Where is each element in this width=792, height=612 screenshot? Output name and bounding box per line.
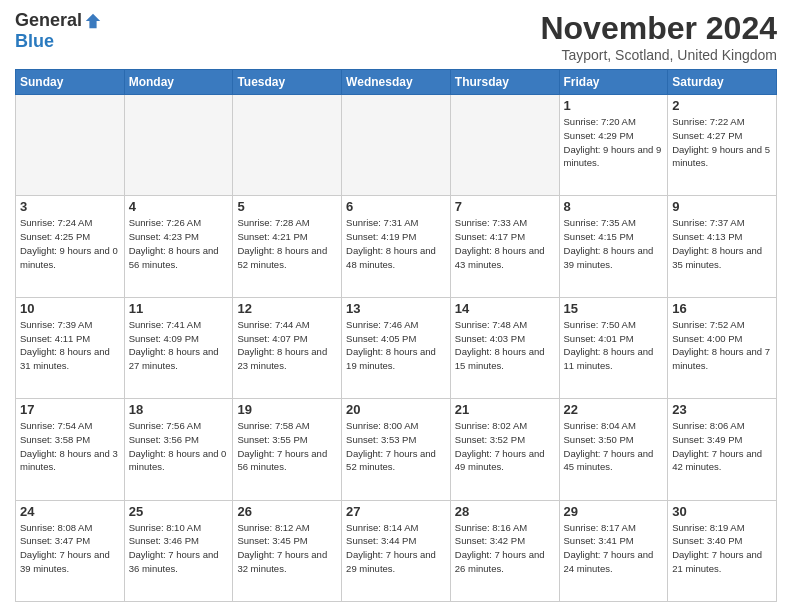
calendar-cell bbox=[342, 95, 451, 196]
calendar-cell: 6Sunrise: 7:31 AMSunset: 4:19 PMDaylight… bbox=[342, 196, 451, 297]
day-detail: Sunrise: 7:26 AMSunset: 4:23 PMDaylight:… bbox=[129, 216, 229, 271]
calendar-cell: 30Sunrise: 8:19 AMSunset: 3:40 PMDayligh… bbox=[668, 500, 777, 601]
day-detail: Sunrise: 7:50 AMSunset: 4:01 PMDaylight:… bbox=[564, 318, 664, 373]
day-number: 16 bbox=[672, 301, 772, 316]
day-number: 20 bbox=[346, 402, 446, 417]
day-number: 4 bbox=[129, 199, 229, 214]
day-number: 8 bbox=[564, 199, 664, 214]
day-detail: Sunrise: 8:04 AMSunset: 3:50 PMDaylight:… bbox=[564, 419, 664, 474]
calendar-cell: 10Sunrise: 7:39 AMSunset: 4:11 PMDayligh… bbox=[16, 297, 125, 398]
day-number: 26 bbox=[237, 504, 337, 519]
day-detail: Sunrise: 8:00 AMSunset: 3:53 PMDaylight:… bbox=[346, 419, 446, 474]
day-number: 29 bbox=[564, 504, 664, 519]
day-number: 15 bbox=[564, 301, 664, 316]
calendar-cell: 20Sunrise: 8:00 AMSunset: 3:53 PMDayligh… bbox=[342, 399, 451, 500]
calendar-cell: 9Sunrise: 7:37 AMSunset: 4:13 PMDaylight… bbox=[668, 196, 777, 297]
calendar-cell: 11Sunrise: 7:41 AMSunset: 4:09 PMDayligh… bbox=[124, 297, 233, 398]
day-detail: Sunrise: 7:22 AMSunset: 4:27 PMDaylight:… bbox=[672, 115, 772, 170]
calendar-cell bbox=[124, 95, 233, 196]
day-detail: Sunrise: 8:06 AMSunset: 3:49 PMDaylight:… bbox=[672, 419, 772, 474]
location: Tayport, Scotland, United Kingdom bbox=[540, 47, 777, 63]
day-number: 1 bbox=[564, 98, 664, 113]
calendar-cell: 18Sunrise: 7:56 AMSunset: 3:56 PMDayligh… bbox=[124, 399, 233, 500]
calendar-cell: 14Sunrise: 7:48 AMSunset: 4:03 PMDayligh… bbox=[450, 297, 559, 398]
day-number: 2 bbox=[672, 98, 772, 113]
day-detail: Sunrise: 7:39 AMSunset: 4:11 PMDaylight:… bbox=[20, 318, 120, 373]
calendar-week-row: 1Sunrise: 7:20 AMSunset: 4:29 PMDaylight… bbox=[16, 95, 777, 196]
day-detail: Sunrise: 8:08 AMSunset: 3:47 PMDaylight:… bbox=[20, 521, 120, 576]
day-number: 3 bbox=[20, 199, 120, 214]
day-detail: Sunrise: 7:28 AMSunset: 4:21 PMDaylight:… bbox=[237, 216, 337, 271]
calendar-cell bbox=[233, 95, 342, 196]
day-number: 24 bbox=[20, 504, 120, 519]
day-detail: Sunrise: 8:10 AMSunset: 3:46 PMDaylight:… bbox=[129, 521, 229, 576]
day-number: 14 bbox=[455, 301, 555, 316]
day-detail: Sunrise: 7:31 AMSunset: 4:19 PMDaylight:… bbox=[346, 216, 446, 271]
day-number: 27 bbox=[346, 504, 446, 519]
calendar-week-row: 10Sunrise: 7:39 AMSunset: 4:11 PMDayligh… bbox=[16, 297, 777, 398]
day-header-monday: Monday bbox=[124, 70, 233, 95]
day-detail: Sunrise: 7:52 AMSunset: 4:00 PMDaylight:… bbox=[672, 318, 772, 373]
calendar-cell bbox=[450, 95, 559, 196]
day-header-saturday: Saturday bbox=[668, 70, 777, 95]
title-block: November 2024 Tayport, Scotland, United … bbox=[540, 10, 777, 63]
day-number: 21 bbox=[455, 402, 555, 417]
day-detail: Sunrise: 8:02 AMSunset: 3:52 PMDaylight:… bbox=[455, 419, 555, 474]
day-number: 17 bbox=[20, 402, 120, 417]
calendar-cell: 22Sunrise: 8:04 AMSunset: 3:50 PMDayligh… bbox=[559, 399, 668, 500]
day-detail: Sunrise: 7:44 AMSunset: 4:07 PMDaylight:… bbox=[237, 318, 337, 373]
calendar-cell: 25Sunrise: 8:10 AMSunset: 3:46 PMDayligh… bbox=[124, 500, 233, 601]
calendar-cell: 15Sunrise: 7:50 AMSunset: 4:01 PMDayligh… bbox=[559, 297, 668, 398]
day-number: 6 bbox=[346, 199, 446, 214]
calendar-cell: 13Sunrise: 7:46 AMSunset: 4:05 PMDayligh… bbox=[342, 297, 451, 398]
calendar-cell: 5Sunrise: 7:28 AMSunset: 4:21 PMDaylight… bbox=[233, 196, 342, 297]
day-number: 22 bbox=[564, 402, 664, 417]
calendar-cell: 2Sunrise: 7:22 AMSunset: 4:27 PMDaylight… bbox=[668, 95, 777, 196]
day-detail: Sunrise: 7:56 AMSunset: 3:56 PMDaylight:… bbox=[129, 419, 229, 474]
day-header-friday: Friday bbox=[559, 70, 668, 95]
calendar-table: SundayMondayTuesdayWednesdayThursdayFrid… bbox=[15, 69, 777, 602]
logo-blue-text: Blue bbox=[15, 31, 54, 52]
day-detail: Sunrise: 8:16 AMSunset: 3:42 PMDaylight:… bbox=[455, 521, 555, 576]
calendar-cell: 21Sunrise: 8:02 AMSunset: 3:52 PMDayligh… bbox=[450, 399, 559, 500]
calendar-cell: 19Sunrise: 7:58 AMSunset: 3:55 PMDayligh… bbox=[233, 399, 342, 500]
calendar-cell: 23Sunrise: 8:06 AMSunset: 3:49 PMDayligh… bbox=[668, 399, 777, 500]
calendar-cell: 16Sunrise: 7:52 AMSunset: 4:00 PMDayligh… bbox=[668, 297, 777, 398]
calendar-cell bbox=[16, 95, 125, 196]
day-detail: Sunrise: 7:35 AMSunset: 4:15 PMDaylight:… bbox=[564, 216, 664, 271]
calendar-cell: 27Sunrise: 8:14 AMSunset: 3:44 PMDayligh… bbox=[342, 500, 451, 601]
calendar-cell: 26Sunrise: 8:12 AMSunset: 3:45 PMDayligh… bbox=[233, 500, 342, 601]
svg-marker-0 bbox=[86, 13, 100, 27]
day-detail: Sunrise: 8:12 AMSunset: 3:45 PMDaylight:… bbox=[237, 521, 337, 576]
day-detail: Sunrise: 7:24 AMSunset: 4:25 PMDaylight:… bbox=[20, 216, 120, 271]
day-detail: Sunrise: 7:48 AMSunset: 4:03 PMDaylight:… bbox=[455, 318, 555, 373]
day-header-wednesday: Wednesday bbox=[342, 70, 451, 95]
day-number: 25 bbox=[129, 504, 229, 519]
day-number: 12 bbox=[237, 301, 337, 316]
day-detail: Sunrise: 7:54 AMSunset: 3:58 PMDaylight:… bbox=[20, 419, 120, 474]
day-detail: Sunrise: 7:58 AMSunset: 3:55 PMDaylight:… bbox=[237, 419, 337, 474]
calendar-week-row: 17Sunrise: 7:54 AMSunset: 3:58 PMDayligh… bbox=[16, 399, 777, 500]
day-detail: Sunrise: 7:20 AMSunset: 4:29 PMDaylight:… bbox=[564, 115, 664, 170]
day-number: 30 bbox=[672, 504, 772, 519]
day-number: 10 bbox=[20, 301, 120, 316]
logo-general-text: General bbox=[15, 10, 82, 31]
calendar-cell: 17Sunrise: 7:54 AMSunset: 3:58 PMDayligh… bbox=[16, 399, 125, 500]
day-number: 13 bbox=[346, 301, 446, 316]
day-number: 9 bbox=[672, 199, 772, 214]
calendar-cell: 8Sunrise: 7:35 AMSunset: 4:15 PMDaylight… bbox=[559, 196, 668, 297]
month-title: November 2024 bbox=[540, 10, 777, 47]
day-detail: Sunrise: 7:41 AMSunset: 4:09 PMDaylight:… bbox=[129, 318, 229, 373]
day-detail: Sunrise: 7:46 AMSunset: 4:05 PMDaylight:… bbox=[346, 318, 446, 373]
calendar-cell: 24Sunrise: 8:08 AMSunset: 3:47 PMDayligh… bbox=[16, 500, 125, 601]
calendar-cell: 4Sunrise: 7:26 AMSunset: 4:23 PMDaylight… bbox=[124, 196, 233, 297]
calendar-cell: 28Sunrise: 8:16 AMSunset: 3:42 PMDayligh… bbox=[450, 500, 559, 601]
calendar-cell: 3Sunrise: 7:24 AMSunset: 4:25 PMDaylight… bbox=[16, 196, 125, 297]
calendar-cell: 12Sunrise: 7:44 AMSunset: 4:07 PMDayligh… bbox=[233, 297, 342, 398]
day-detail: Sunrise: 8:17 AMSunset: 3:41 PMDaylight:… bbox=[564, 521, 664, 576]
day-number: 7 bbox=[455, 199, 555, 214]
calendar-week-row: 3Sunrise: 7:24 AMSunset: 4:25 PMDaylight… bbox=[16, 196, 777, 297]
day-detail: Sunrise: 7:37 AMSunset: 4:13 PMDaylight:… bbox=[672, 216, 772, 271]
day-header-thursday: Thursday bbox=[450, 70, 559, 95]
day-header-sunday: Sunday bbox=[16, 70, 125, 95]
